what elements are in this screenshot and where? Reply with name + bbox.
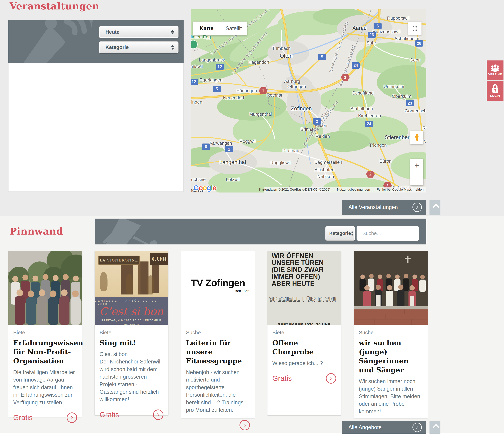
login-button[interactable]: LOGIN bbox=[487, 81, 504, 101]
map-town-label: Trimbach bbox=[272, 46, 291, 51]
zoom-in-button[interactable]: + bbox=[410, 159, 423, 172]
poster-shop-sign: LA VIGNERONNE bbox=[98, 256, 140, 265]
map-road-shield: 12 bbox=[191, 79, 198, 85]
pinboard-category-value: Kategorie bbox=[329, 231, 351, 236]
map-town-label: Nebikon bbox=[317, 174, 334, 179]
map-fullscreen-button[interactable] bbox=[408, 22, 422, 35]
map-town-label: Aarburg bbox=[284, 79, 300, 84]
card-photo-group bbox=[8, 251, 82, 325]
map-town-label: Reinach bbox=[422, 126, 426, 131]
map-road-shield: 23 bbox=[406, 100, 414, 106]
pinboard-card[interactable]: LA VIGNERONNE COR GENIESSE FRANZÖSISCHES… bbox=[95, 251, 168, 415]
map-town-label: Roggliswil bbox=[270, 160, 291, 165]
map-attribution-bar: Kartendaten © 2021 GeoBasis-DE/BKG (©200… bbox=[264, 187, 426, 192]
pinboard-card[interactable]: TV Zofingen seit 1852 Suche Leiterin für… bbox=[181, 251, 255, 418]
scroll-to-top-button[interactable] bbox=[430, 200, 441, 215]
map-town-label: Egerkingen bbox=[199, 77, 223, 83]
chevron-right-circle-icon bbox=[413, 423, 422, 432]
map-town-label: Hägendorf bbox=[248, 60, 269, 65]
map-town-label: Olten bbox=[280, 53, 293, 59]
card-poster-cest-si-bon: LA VIGNERONNE COR GENIESSE FRANZÖSISCHES… bbox=[95, 251, 168, 325]
card-logo-tv-zofingen: TV Zofingen seit 1852 bbox=[181, 251, 255, 325]
card-body: Suche Leiterin für unsere Fitnessgruppe … bbox=[181, 325, 255, 432]
map-town-label: Murgenthal bbox=[249, 111, 272, 117]
card-open-arrow-button[interactable] bbox=[153, 409, 163, 420]
card-price: Gratis bbox=[99, 411, 119, 419]
map-town-label: Langenbruck bbox=[199, 57, 225, 63]
map-attribution-text: Kartendaten © 2021 GeoBasis-DE/BKG (©200… bbox=[259, 188, 330, 191]
pinboard-section-title: Pinnwand bbox=[9, 226, 63, 237]
chevron-right-circle-icon bbox=[413, 203, 422, 212]
map-pegman-button[interactable] bbox=[410, 131, 423, 144]
poster-overlay: GENIESSE FRANZÖSISCHES FLAIR C’est si bo… bbox=[95, 297, 168, 325]
map-town-label: Stierenberg bbox=[385, 134, 413, 141]
map-town-label: Hunzenschwil bbox=[373, 29, 400, 34]
map-town-label: Kirchleerau bbox=[358, 113, 381, 118]
map-road-shield: 1 bbox=[225, 146, 233, 152]
poster-outline-text: SPEZIELL FÜR DICH! bbox=[268, 296, 341, 303]
map-road-shield: 24 bbox=[352, 62, 360, 69]
map-town-label: Rupperswil bbox=[387, 16, 410, 21]
all-events-label: Alle Veranstaltungen bbox=[348, 204, 398, 210]
tv-zofingen-since: seit 1852 bbox=[186, 289, 250, 293]
map-town-label: Oberkulm bbox=[392, 94, 411, 99]
vereine-button[interactable]: VEREINE bbox=[487, 61, 504, 80]
card-body: Suche wir suchen (junge) Sängerinnen und… bbox=[354, 325, 428, 434]
map-town-label: Gontenschwil bbox=[405, 108, 426, 114]
select-updown-icon bbox=[171, 30, 174, 34]
scroll-to-top-button[interactable] bbox=[430, 421, 441, 434]
card-title: wir suchen (junge) Sängerinnen und Sänge… bbox=[359, 338, 423, 374]
google-map[interactable]: RupperswilAarauHunzenschwilSchafisheimSu… bbox=[191, 9, 426, 192]
map-town-label: Altishofen bbox=[315, 167, 334, 172]
pinboard-category-select[interactable]: Kategorie bbox=[325, 226, 355, 241]
map-type-satellit-button[interactable]: Satellit bbox=[220, 22, 247, 36]
card-category: Biete bbox=[99, 330, 163, 335]
pinboard-filter-bar: Kategorie bbox=[95, 218, 426, 244]
map-town-label: Lotzwil bbox=[226, 177, 240, 182]
card-open-arrow-button[interactable] bbox=[240, 420, 250, 430]
pinboard-card[interactable]: WIR ÖFFNEN UNSERE TÜREN (DIE SIND ZWAR I… bbox=[268, 251, 341, 415]
pegman-icon bbox=[414, 134, 420, 142]
category-filter-value: Kategorie bbox=[105, 45, 129, 50]
zoom-out-button[interactable]: − bbox=[410, 172, 423, 185]
map-town-label: Langenthal bbox=[219, 159, 246, 165]
pinboard-card[interactable]: Biete Erfahrungswissen für Non-Profit-Or… bbox=[8, 251, 82, 417]
events-filter-header: Heute Kategorie bbox=[8, 20, 184, 63]
all-events-button[interactable]: Alle Veranstaltungen bbox=[342, 200, 426, 215]
map-terms-link[interactable]: Nutzungsbedingungen bbox=[337, 188, 370, 191]
pinboard-card[interactable]: Suche wir suchen (junge) Sängerinnen und… bbox=[354, 251, 428, 418]
events-filter-panel: Heute Kategorie bbox=[8, 20, 184, 192]
poster-shop-sign-2: COR bbox=[150, 253, 168, 265]
date-filter-select[interactable]: Heute bbox=[99, 26, 179, 38]
card-body: Biete Erfahrungswissen für Non-Profit-Or… bbox=[8, 325, 82, 425]
card-title: Offene Chorprobe bbox=[272, 338, 336, 356]
card-poster-open-doors: WIR ÖFFNEN UNSERE TÜREN (DIE SIND ZWAR I… bbox=[268, 251, 341, 325]
card-footer: Gratis bbox=[99, 409, 163, 422]
date-filter-value: Heute bbox=[105, 29, 119, 35]
poster-date-clipped: SEPTEMBER 2020, 20 UHR bbox=[268, 322, 341, 325]
search-input[interactable] bbox=[357, 226, 419, 241]
card-category: Biete bbox=[13, 330, 77, 335]
card-description: Wir suchen immer noch (junge) Sänger in … bbox=[359, 378, 423, 415]
map-report-link[interactable]: Fehler bei Google Maps melden bbox=[377, 188, 423, 191]
map-road-shield: 1 bbox=[259, 87, 268, 94]
card-open-arrow-button[interactable] bbox=[326, 373, 336, 384]
all-offers-button[interactable]: Alle Angebote bbox=[342, 421, 426, 434]
card-footer: Gratis bbox=[13, 412, 77, 425]
lock-icon bbox=[491, 84, 499, 93]
map-town-label: Unterkulm bbox=[384, 84, 404, 89]
card-title: Sing mit! bbox=[99, 338, 163, 347]
google-logo: Google bbox=[193, 184, 216, 192]
map-type-karte-button[interactable]: Karte bbox=[193, 22, 220, 36]
card-open-arrow-button[interactable] bbox=[67, 412, 77, 423]
poster-dates: FREITAG, 4.9.2020 20:00 LENZCHILE REINAC… bbox=[95, 318, 168, 325]
login-label: LOGIN bbox=[490, 94, 500, 98]
map-road-shield: 5 bbox=[318, 54, 326, 60]
map-road-shield: 5 bbox=[374, 23, 382, 29]
map-town-label: singen bbox=[191, 99, 202, 105]
category-filter-select[interactable]: Kategorie bbox=[99, 41, 179, 53]
card-photo-choir bbox=[354, 251, 428, 325]
map-town-label: amiswil bbox=[191, 64, 203, 69]
select-updown-icon bbox=[171, 45, 174, 50]
map-town-label: Reiden bbox=[315, 134, 330, 139]
